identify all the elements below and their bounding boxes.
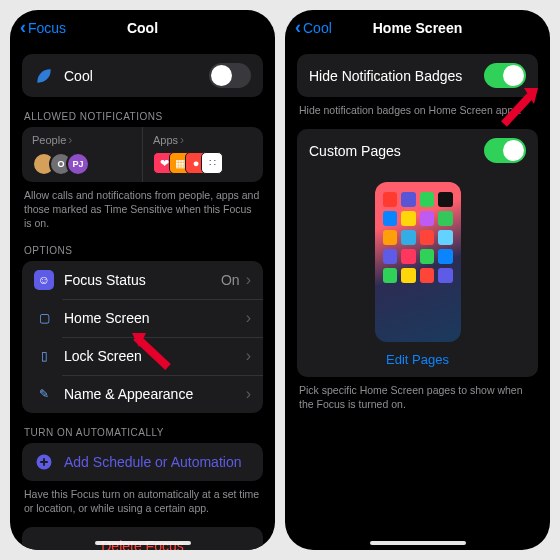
add-schedule-label: Add Schedule or Automation [64, 454, 251, 470]
chevron-right-icon: › [246, 347, 251, 365]
people-button[interactable]: People› OPJ [22, 127, 143, 182]
hide-badges-label: Hide Notification Badges [309, 68, 484, 84]
allowed-card: People› OPJ Apps› ❤▦●∷ [22, 127, 263, 182]
home-indicator [370, 541, 466, 545]
apps-tiles: ❤▦●∷ [153, 152, 253, 174]
option-label: Focus Status [64, 272, 221, 288]
hide-badges-row: Hide Notification Badges [297, 54, 538, 97]
page-title: Home Screen [285, 20, 550, 36]
app-tile: ∷ [201, 152, 223, 174]
chevron-right-icon: › [68, 133, 72, 147]
nav-bar: ‹ Focus Cool [10, 10, 275, 46]
custom-pages-toggle[interactable] [484, 138, 526, 163]
edit-pages-label: Edit Pages [386, 352, 449, 367]
edit-pages-button[interactable]: Edit Pages [297, 348, 538, 377]
delete-focus-button[interactable]: Delete Focus [22, 527, 263, 550]
home-indicator [95, 541, 191, 545]
apps-label: Apps [153, 134, 178, 146]
people-avatars: OPJ [32, 152, 132, 176]
auto-footer: Have this Focus turn on automatically at… [10, 481, 275, 515]
option-home-screen[interactable]: ▢ Home Screen › [22, 299, 263, 337]
custom-pages-label: Custom Pages [309, 143, 484, 159]
add-schedule-button[interactable]: Add Schedule or Automation [22, 443, 263, 481]
chevron-right-icon: › [180, 133, 184, 147]
allowed-header: ALLOWED NOTIFICATIONS [10, 97, 275, 127]
home-screen-settings-screen: ‹ Cool Home Screen Hide Notification Bad… [285, 10, 550, 550]
options-card: ☺ Focus Status On ›▢ Home Screen ›▯ Lock… [22, 261, 263, 413]
option-label: Lock Screen [64, 348, 246, 364]
hide-badges-toggle[interactable] [484, 63, 526, 88]
option-label: Name & Appearance [64, 386, 246, 402]
homescreen-preview-icon [375, 182, 461, 342]
focus-toggle-card: Cool [22, 54, 263, 97]
option-name-appearance[interactable]: ✎ Name & Appearance › [22, 375, 263, 413]
chevron-right-icon: › [246, 385, 251, 403]
pages-footer: Pick specific Home Screen pages to show … [285, 377, 550, 411]
focus-name: Cool [64, 68, 209, 84]
people-label: People [32, 134, 66, 146]
page-title: Cool [10, 20, 275, 36]
option-value: On [221, 272, 240, 288]
lockscreen-icon: ▯ [34, 346, 54, 366]
option-lock-screen[interactable]: ▯ Lock Screen › [22, 337, 263, 375]
chevron-right-icon: › [246, 309, 251, 327]
appearance-icon: ✎ [34, 384, 54, 404]
focusstatus-icon: ☺ [34, 270, 54, 290]
plus-circle-icon [34, 452, 54, 472]
leaf-icon [34, 66, 54, 86]
focus-settings-screen: ‹ Focus Cool Cool ALLOWED NOTIFICATIONS [10, 10, 275, 550]
option-focus-status[interactable]: ☺ Focus Status On › [22, 261, 263, 299]
option-label: Home Screen [64, 310, 246, 326]
homescreen-icon: ▢ [34, 308, 54, 328]
page-preview[interactable] [297, 182, 538, 342]
focus-toggle[interactable] [209, 63, 251, 88]
avatar: PJ [66, 152, 90, 176]
options-header: OPTIONS [10, 231, 275, 261]
nav-bar: ‹ Cool Home Screen [285, 10, 550, 46]
chevron-right-icon: › [246, 271, 251, 289]
hide-badges-footer: Hide notification badges on Home Screen … [285, 97, 550, 117]
allowed-footer: Allow calls and notifications from peopl… [10, 182, 275, 231]
auto-header: TURN ON AUTOMATICALLY [10, 413, 275, 443]
apps-button[interactable]: Apps› ❤▦●∷ [143, 127, 263, 182]
custom-pages-row: Custom Pages [297, 129, 538, 172]
